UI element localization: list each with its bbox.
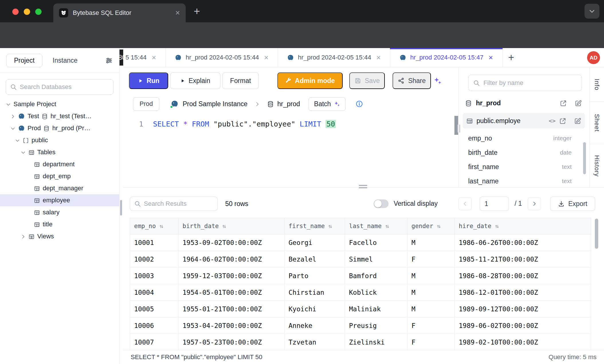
table-row[interactable]: 100011953-09-02T00:00:00ZGeorgiFacelloM1…	[130, 234, 591, 251]
tab-info[interactable]: Info	[590, 67, 604, 102]
table-row[interactable]: 100041954-05-01T00:00:00ZChirstianKoblic…	[130, 284, 591, 301]
filter-settings-icon[interactable]	[105, 57, 113, 64]
tree-item-prod-db[interactable]: Prod hr_prod (Pr…	[0, 122, 119, 134]
close-icon[interactable]: ×	[264, 54, 268, 61]
close-icon[interactable]: ×	[489, 54, 493, 61]
sql-editor[interactable]: 1 SELECT * FROM "public"."employee" LIMI…	[123, 115, 458, 187]
close-tab-icon[interactable]: ×	[175, 9, 180, 17]
sheet-tab-2[interactable]: hr_prod 2024-02-05 15:44 ×	[278, 48, 390, 67]
schema-table-row[interactable]: public.employe <>	[463, 113, 585, 128]
batch-button[interactable]: Batch	[309, 97, 346, 111]
chevron-down-icon[interactable]	[10, 124, 15, 132]
code-icon[interactable]: <>	[549, 117, 556, 124]
sort-icon[interactable]	[436, 223, 442, 230]
column-header-gender[interactable]: gender	[407, 218, 455, 234]
external-link-icon[interactable]	[560, 99, 567, 107]
tab-history[interactable]: History	[590, 144, 604, 187]
table-row[interactable]: 100031959-12-03T00:00:00ZPartoBamfordM19…	[130, 268, 591, 284]
search-databases-input[interactable]	[20, 83, 109, 91]
sidebar-resize-handle[interactable]	[120, 200, 122, 215]
chevron-down-icon[interactable]	[21, 149, 26, 156]
column-header-emp-no[interactable]: emp_no	[130, 218, 179, 234]
ai-sparkle-icon[interactable]	[433, 76, 442, 85]
close-window-button[interactable]	[12, 9, 19, 15]
table-row[interactable]: 100071957-05-23T00:00:00ZTzvetanZielinsk…	[130, 334, 591, 351]
column-header-birth-date[interactable]: birth_date	[179, 218, 285, 234]
tab-sheet[interactable]: Sheet	[590, 102, 604, 144]
next-page-button[interactable]	[528, 197, 541, 210]
results-scrollbar[interactable]	[595, 219, 598, 249]
table-row[interactable]: 100021964-06-02T00:00:00ZBezalelSimmelF1…	[130, 251, 591, 268]
run-button[interactable]: Run	[129, 72, 168, 89]
schema-column-row: first_name text	[468, 160, 572, 174]
maximize-window-button[interactable]	[35, 9, 42, 15]
tab-overflow-button[interactable]	[585, 4, 599, 19]
tree-item-table-dept-emp[interactable]: dept_emp	[0, 170, 119, 182]
sheet-tab-active[interactable]: hr_prod 2024-02-05 15:47 ×	[390, 48, 503, 67]
new-sheet-button[interactable]: +	[508, 52, 514, 63]
batch-label: Batch	[314, 100, 331, 108]
new-tab-button[interactable]: +	[194, 6, 200, 17]
page-number-input[interactable]	[480, 197, 509, 211]
search-results-input[interactable]	[144, 200, 213, 207]
info-icon[interactable]	[355, 100, 363, 108]
close-icon[interactable]: ×	[152, 54, 156, 61]
external-link-icon[interactable]	[559, 117, 566, 125]
table-label: salary	[43, 209, 60, 216]
chevron-right-icon[interactable]	[21, 233, 26, 240]
sort-icon[interactable]	[159, 223, 164, 230]
table-icon	[34, 185, 40, 192]
column-header-first-name[interactable]: first_name	[285, 218, 345, 234]
tree-item-sample-project[interactable]: Sample Project	[0, 98, 119, 110]
avatar[interactable]: AD	[587, 51, 600, 64]
tab-instance[interactable]: Instance	[53, 57, 78, 64]
prev-page-button[interactable]	[458, 197, 472, 210]
tree-item-table-department[interactable]: department	[0, 158, 119, 170]
sort-icon[interactable]	[328, 223, 333, 230]
tree-item-tables-group[interactable]: Tables	[0, 146, 119, 158]
edit-icon[interactable]	[574, 117, 581, 125]
tree-item-views-group[interactable]: Views	[0, 230, 119, 242]
table-row[interactable]: 100051955-01-21T00:00:00ZKyoichiMaliniak…	[130, 301, 591, 317]
tree-item-schema-public[interactable]: public	[0, 134, 119, 146]
sheet-tab-1[interactable]: hr_prod 2024-02-05 15:44 ×	[166, 48, 278, 67]
column-header-hire-date[interactable]: hire_date	[455, 218, 591, 234]
share-button[interactable]: Share	[393, 72, 431, 89]
tree-item-table-salary[interactable]: salary	[0, 206, 119, 218]
chevron-down-icon[interactable]	[6, 100, 11, 108]
minimize-window-button[interactable]	[24, 9, 30, 15]
sort-icon[interactable]	[385, 223, 390, 230]
tree-item-table-employee-selected[interactable]: employee	[0, 194, 119, 206]
tree-item-table-title[interactable]: title	[0, 218, 119, 230]
filter-by-name-input[interactable]	[483, 79, 577, 87]
schema-filter[interactable]	[468, 75, 582, 91]
vertical-display-toggle[interactable]	[374, 199, 389, 208]
tab-project[interactable]: Project	[6, 54, 42, 67]
browser-tab[interactable]: Bytebase SQL Editor ×	[53, 3, 186, 22]
table-row[interactable]: 100061953-04-20T00:00:00ZAnnekePreusigF1…	[130, 317, 591, 334]
column-header-last-name[interactable]: last_name	[345, 218, 407, 234]
export-button[interactable]: Export	[550, 197, 595, 211]
schema-scrollbar[interactable]	[583, 142, 586, 174]
database-name[interactable]: hr_prod	[277, 100, 300, 108]
results-resize-handle[interactable]	[359, 185, 367, 188]
tree-item-test-db[interactable]: Test hr_test (Test…	[0, 110, 119, 122]
chevron-right-icon[interactable]	[10, 112, 15, 120]
sort-icon[interactable]	[221, 223, 227, 230]
save-button[interactable]: Save	[349, 72, 385, 89]
run-label: Run	[147, 77, 160, 85]
explain-button[interactable]: Explain	[170, 72, 220, 89]
sort-icon[interactable]	[494, 223, 500, 230]
instance-name[interactable]: Prod Sample Instance	[183, 100, 247, 108]
sheet-tab-partial[interactable]: 5 15:44 ×	[123, 48, 166, 67]
format-button[interactable]: Format	[222, 72, 259, 89]
table-cell: 1957-05-23T00:00:00Z	[179, 334, 285, 351]
admin-mode-button[interactable]: Admin mode	[277, 72, 343, 89]
results-search[interactable]	[130, 197, 218, 211]
chevron-down-icon[interactable]	[15, 136, 20, 144]
environment-chip[interactable]: Prod	[133, 97, 159, 111]
close-icon[interactable]: ×	[376, 54, 381, 61]
tree-item-table-dept-manager[interactable]: dept_manager	[0, 182, 119, 194]
edit-icon[interactable]	[574, 99, 582, 107]
database-search[interactable]	[6, 79, 113, 95]
